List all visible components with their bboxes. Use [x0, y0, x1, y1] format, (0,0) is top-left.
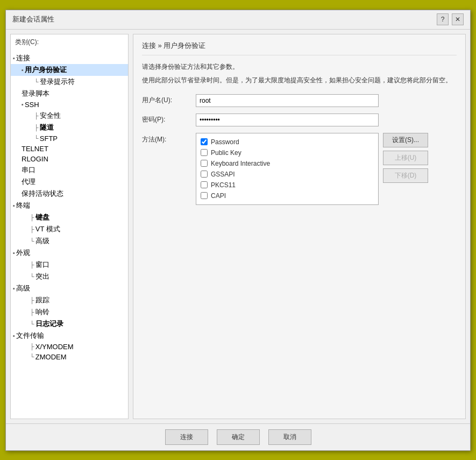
description1: 请选择身份验证方法和其它参数。 使用此部分以节省登录时间。但是，为了最大限度地提…	[142, 62, 457, 86]
category-label: 类别(C):	[11, 34, 128, 50]
expand-icon: ├	[34, 124, 39, 131]
tree-item-log[interactable]: └ 日志记录	[11, 318, 128, 330]
tree-item-terminal[interactable]: ▪ 终端	[11, 200, 128, 211]
tree-label: 保持活动状态	[22, 189, 63, 199]
tree-label: 安全性	[40, 111, 61, 121]
tree-label: 外观	[16, 248, 30, 258]
expand-icon: ▪	[13, 250, 15, 256]
username-label: 用户名(U):	[142, 96, 196, 105]
method-publickey-label: Public Key	[211, 149, 241, 157]
bottom-bar: 连接 确定 取消	[6, 423, 470, 450]
tree-label: 登录脚本	[22, 89, 49, 98]
method-keyboard-checkbox[interactable]	[201, 160, 208, 167]
expand-icon: ▪	[13, 332, 15, 339]
expand-icon: ├	[30, 297, 34, 303]
expand-icon: ├	[30, 261, 34, 268]
dialog: 新建会话属性 ? ✕ 类别(C): ▪ 连接 ▪ 用户身份验证	[5, 10, 471, 451]
tree-item-proxy[interactable]: 代理	[11, 176, 128, 188]
tree-item-highlight[interactable]: └ 突出	[11, 271, 128, 282]
tree-item-telnet[interactable]: TELNET	[11, 144, 128, 154]
tree-item-window[interactable]: ├ 窗口	[11, 259, 128, 271]
tree-item-rlogin[interactable]: RLOGIN	[11, 154, 128, 164]
method-publickey-checkbox[interactable]	[201, 149, 208, 156]
tree-item-appearance[interactable]: ▪ 外观	[11, 247, 128, 259]
ok-button[interactable]: 确定	[217, 429, 260, 445]
expand-icon: ├	[34, 112, 39, 119]
tree-label: 突出	[35, 272, 49, 281]
method-keyboard-row: Keyboard Interactive	[201, 158, 374, 169]
tree-item-keepalive[interactable]: 保持活动状态	[11, 188, 128, 200]
tree-item-connection[interactable]: ▪ 连接	[11, 52, 128, 64]
tree-label: 响铃	[35, 307, 49, 317]
dialog-title: 新建会话属性	[12, 15, 54, 24]
tree-item-vt-mode[interactable]: ├ VT 模式	[11, 223, 128, 235]
desc1-text: 请选择身份验证方法和其它参数。	[142, 62, 457, 72]
tree-label: 日志记录	[35, 319, 63, 329]
tree-label: 高级	[35, 236, 49, 246]
password-label: 密码(P):	[142, 115, 196, 124]
tree-item-tunnel[interactable]: ├ 隧道	[11, 122, 128, 133]
close-button[interactable]: ✕	[452, 13, 464, 25]
expand-icon: └	[34, 79, 39, 85]
tree-label: X/YMODEM	[35, 343, 74, 351]
help-button[interactable]: ?	[437, 13, 449, 25]
method-password-row: Password	[201, 137, 374, 147]
password-input[interactable]	[196, 114, 379, 126]
tree-label: 文件传输	[16, 331, 44, 341]
tree-item-sftp[interactable]: └ SFTP	[11, 133, 128, 144]
connect-button[interactable]: 连接	[165, 429, 208, 445]
tree-item-security[interactable]: ├ 安全性	[11, 110, 128, 122]
username-input[interactable]	[196, 94, 379, 107]
tree-label: 跟踪	[35, 295, 49, 305]
tree-item-xymodem[interactable]: ├ X/YMODEM	[11, 342, 128, 352]
expand-icon: ▪	[13, 202, 15, 209]
tree-label: 代理	[22, 177, 35, 187]
tree: ▪ 连接 ▪ 用户身份验证 └ 登录提示符 登录脚本	[11, 50, 128, 364]
expand-icon: ▪	[22, 67, 24, 73]
tree-item-ssh[interactable]: ▪ SSH	[11, 100, 128, 110]
tree-label: TELNET	[22, 145, 48, 153]
settings-button[interactable]: 设置(S)...	[383, 133, 428, 147]
method-capi-row: CAPI	[201, 190, 374, 201]
method-section: 方法(M): Password Public Key Keyboard Inte…	[142, 133, 457, 205]
tree-item-advanced[interactable]: ▪ 高级	[11, 282, 128, 294]
method-gssapi-checkbox[interactable]	[201, 171, 208, 178]
tree-item-serial[interactable]: 串口	[11, 164, 128, 176]
tree-label: RLOGIN	[22, 155, 48, 163]
expand-icon: ├	[30, 214, 34, 221]
method-pkcs11-label: PKCS11	[211, 181, 236, 189]
tree-item-zmodem[interactable]: └ ZMODEM	[11, 352, 128, 362]
method-pkcs11-checkbox[interactable]	[201, 181, 208, 188]
cancel-button[interactable]: 取消	[268, 429, 311, 445]
tree-label: VT 模式	[35, 224, 60, 234]
tree-item-file-transfer[interactable]: ▪ 文件传输	[11, 330, 128, 342]
tree-item-user-auth[interactable]: ▪ 用户身份验证	[11, 64, 128, 76]
tree-item-login-script[interactable]: 登录脚本	[11, 88, 128, 100]
method-capi-label: CAPI	[211, 192, 226, 200]
tree-label: SSH	[25, 101, 39, 109]
tree-item-bell[interactable]: ├ 响铃	[11, 306, 128, 318]
method-publickey-row: Public Key	[201, 147, 374, 158]
method-password-checkbox[interactable]	[201, 138, 208, 145]
tree-item-login-prompt[interactable]: └ 登录提示符	[11, 76, 128, 88]
desc2-text: 使用此部分以节省登录时间。但是，为了最大限度地提高安全性，如果担心安全问题，建议…	[142, 75, 457, 86]
breadcrumb: 连接 » 用户身份验证	[142, 41, 457, 55]
move-up-button[interactable]: 上移(U)	[383, 151, 428, 165]
tree-item-trace[interactable]: ├ 跟踪	[11, 294, 128, 306]
title-controls: ? ✕	[437, 13, 464, 25]
method-buttons: 设置(S)... 上移(U) 下移(D)	[383, 133, 428, 183]
tree-item-keyboard[interactable]: ├ 键盘	[11, 211, 128, 223]
move-down-button[interactable]: 下移(D)	[383, 168, 428, 183]
method-gssapi-label: GSSAPI	[211, 171, 235, 178]
expand-icon: ├	[30, 309, 34, 315]
expand-icon: ▪	[13, 285, 15, 292]
title-bar: 新建会话属性 ? ✕	[6, 10, 470, 30]
password-row: 密码(P):	[142, 114, 457, 126]
tree-label: 隧道	[40, 123, 54, 132]
tree-item-advanced-terminal[interactable]: └ 高级	[11, 235, 128, 247]
expand-icon: └	[30, 238, 34, 244]
method-capi-checkbox[interactable]	[201, 192, 208, 199]
method-keyboard-label: Keyboard Interactive	[211, 160, 270, 167]
main-content: 类别(C): ▪ 连接 ▪ 用户身份验证 └ 登录提示符	[6, 30, 470, 423]
tree-label: 用户身份验证	[25, 65, 67, 75]
